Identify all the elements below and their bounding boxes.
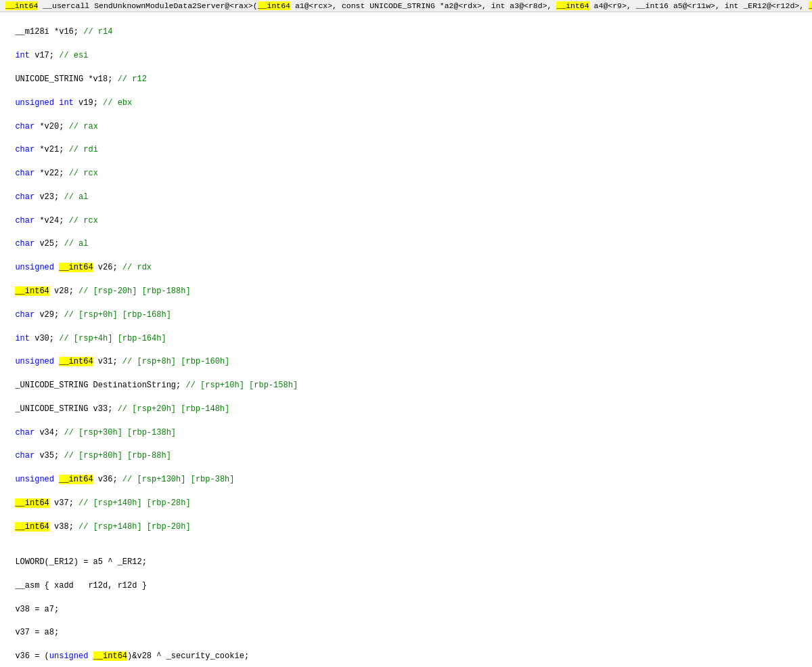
code-line: char *v21; // rdi — [5, 144, 807, 156]
code-view: __m128i *v16; // r14 int v17; // esi UNI… — [0, 12, 812, 667]
code-line: unsigned __int64 v31; // [rsp+8h] [rbp-1… — [5, 356, 807, 368]
sig-int64-2: __int64 — [258, 1, 290, 10]
code-line: __int64 v37; // [rsp+140h] [rbp-28h] — [5, 498, 807, 509]
code-line: unsigned int v19; // ebx — [5, 98, 807, 109]
sig-int64-4: __int64 — [809, 1, 812, 10]
code-line: char *v20; // rax — [5, 121, 807, 133]
sig-int64-1: __int64 — [5, 1, 38, 10]
sig-int64-3: __int64 — [556, 1, 589, 10]
code-line: __int64 v28; // [rsp-20h] [rbp-188h] — [5, 286, 807, 297]
code-line: unsigned __int64 v26; // rdx — [5, 262, 807, 274]
code-line: char v23; // al — [5, 192, 807, 203]
code-line: char v35; // [rsp+80h] [rbp-88h] — [5, 450, 807, 462]
function-signature-bar: __int64 __usercall SendUnknownModuleData… — [0, 0, 812, 12]
code-line: __int64 v38; // [rsp+148h] [rbp-20h] — [5, 521, 807, 533]
code-line: v37 = a8; — [5, 627, 807, 639]
code-line: unsigned __int64 v36; // [rsp+130h] [rbp… — [5, 474, 807, 486]
code-line: LOWORD(_ER12) = a5 ^ _ER12; — [5, 557, 807, 568]
code-line: _UNICODE_STRING DestinationString; // [r… — [5, 380, 807, 391]
code-line: v36 = (unsigned __int64)&v28 ^ _security… — [5, 651, 807, 662]
code-line: _UNICODE_STRING v33; // [rsp+20h] [rbp-1… — [5, 404, 807, 415]
code-line: UNICODE_STRING *v18; // r12 — [5, 74, 807, 85]
code-line: char v34; // [rsp+30h] [rbp-138h] — [5, 427, 807, 439]
code-line: int v17; // esi — [5, 50, 807, 62]
code-line: int v30; // [rsp+4h] [rbp-164h] — [5, 333, 807, 345]
code-line: char *v22; // rcx — [5, 168, 807, 179]
code-line: __asm { xadd r12d, r12d } — [5, 580, 807, 592]
code-line: __m128i *v16; // r14 — [5, 26, 807, 38]
code-line: char *v24; // rcx — [5, 215, 807, 227]
code-line: char v29; // [rsp+0h] [rbp-168h] — [5, 309, 807, 321]
code-line: char v25; // al — [5, 238, 807, 250]
code-line: v38 = a7; — [5, 604, 807, 616]
